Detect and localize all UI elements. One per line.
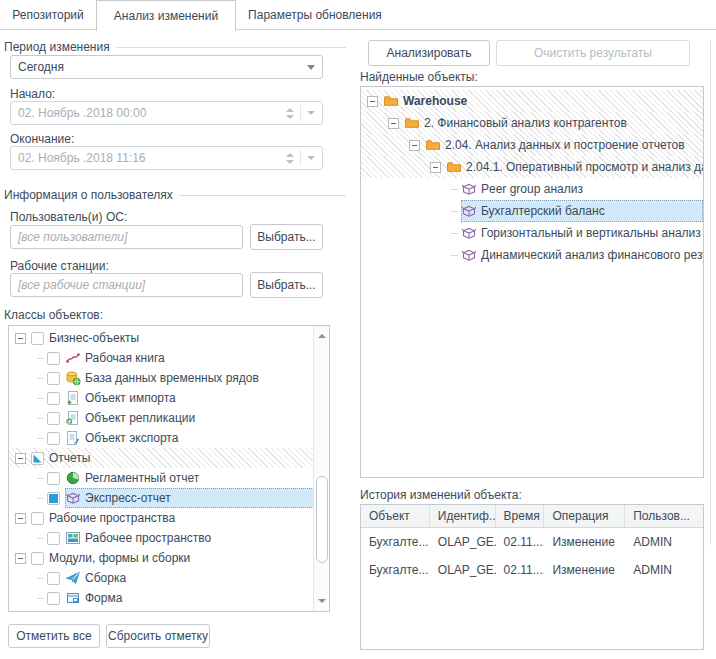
expander-minus-icon[interactable] <box>15 453 26 464</box>
tree-item-label: Бухгалтерский баланс <box>481 204 607 218</box>
object-tree-row[interactable]: Warehouse <box>361 90 703 112</box>
checkbox[interactable] <box>47 492 60 505</box>
checkbox[interactable] <box>31 452 44 465</box>
tree-item-label: Динамический анализ финансового результа… <box>481 248 703 262</box>
row-area: Объект экспорта <box>65 428 314 448</box>
history-table-row[interactable]: Бухгалте...OLAP_GE...02.11....ИзменениеA… <box>361 528 703 556</box>
class-tree-row[interactable]: Отчеты <box>9 448 314 468</box>
class-tree-row[interactable]: Объект импорта <box>9 388 314 408</box>
row-area: База данных временных рядов <box>65 368 314 388</box>
select-workstations-button[interactable]: Выбрать... <box>250 272 323 298</box>
checkbox[interactable] <box>47 412 60 425</box>
checkbox[interactable] <box>47 572 60 585</box>
row-area: 2. Финансовый анализ контрагентов <box>404 112 703 134</box>
class-tree-row[interactable] <box>9 608 314 612</box>
object-tree-row[interactable]: Горизонтальный и вертикальны анализ бала… <box>361 222 703 244</box>
checkbox[interactable] <box>47 472 60 485</box>
object-tree-row[interactable]: Бухгалтерский баланс <box>361 200 703 222</box>
end-label: Окончание: <box>10 132 74 146</box>
checkbox[interactable] <box>47 592 60 605</box>
checkbox[interactable] <box>47 352 60 365</box>
tab-change-analysis[interactable]: Анализ изменений <box>96 0 236 31</box>
history-column-header[interactable]: Операция <box>544 505 625 527</box>
tree-item-label: Экспресс-отчет <box>85 491 173 505</box>
import-object-icon <box>65 390 81 406</box>
chevron-down-icon[interactable] <box>307 65 315 70</box>
tab-update-parameters[interactable]: Параметры обновления <box>236 0 394 29</box>
tree-connector <box>37 418 44 419</box>
os-users-input[interactable]: [все пользователи] <box>10 225 243 249</box>
class-tree-row[interactable]: Рабочая книга <box>9 348 314 368</box>
object-tree: Warehouse2. Финансовый анализ контрагент… <box>360 86 704 478</box>
class-tree-row[interactable]: Рабочие пространства <box>9 508 314 528</box>
object-tree-row[interactable]: 2.04. Анализ данных и построение отчетов <box>361 134 703 156</box>
class-tree-row[interactable]: Сборка <box>9 568 314 588</box>
tree-connector <box>37 578 44 579</box>
scroll-up-button[interactable] <box>316 329 327 343</box>
object-tree-row[interactable]: 2. Финансовый анализ контрагентов <box>361 112 703 134</box>
object-tree-row[interactable]: Динамический анализ финансового результа… <box>361 244 703 266</box>
replication-object-icon <box>65 410 81 426</box>
row-area: Рабочая книга <box>65 348 314 368</box>
tab-repository[interactable]: Репозиторий <box>0 0 96 29</box>
history-column-header[interactable]: Идентиф... <box>430 505 496 527</box>
tree-connector <box>37 498 44 499</box>
class-tree-row[interactable]: Экспресс-отчет <box>9 488 314 508</box>
history-column-header[interactable]: Объект <box>361 505 430 527</box>
tree-connector <box>451 189 458 190</box>
expander-minus-icon[interactable] <box>409 140 420 151</box>
expander-minus-icon[interactable] <box>388 118 399 129</box>
checkbox[interactable] <box>47 392 60 405</box>
checkbox[interactable] <box>31 552 44 565</box>
check-all-button[interactable]: Отметить все <box>8 624 100 648</box>
expander-minus-icon[interactable] <box>15 553 26 564</box>
os-users-label: Пользователь(и) ОС: <box>10 210 127 224</box>
history-column-header[interactable]: Пользов... <box>625 505 703 527</box>
history-table: ОбъектИдентиф...ВремяОперацияПользов... … <box>360 504 704 650</box>
object-tree-row[interactable]: 2.04.1. Оперативный просмотр и анализ да… <box>361 156 703 178</box>
checkbox[interactable] <box>31 512 44 525</box>
checkbox[interactable] <box>47 532 60 545</box>
class-tree-row[interactable]: Рабочее пространство <box>9 528 314 548</box>
scrollbar-thumb[interactable] <box>316 476 328 563</box>
chevron-down-icon <box>307 156 315 160</box>
analyze-button[interactable]: Анализировать <box>368 40 490 66</box>
object-tree-row[interactable]: Peer group анализ <box>361 178 703 200</box>
class-tree-scrollbar[interactable] <box>313 326 329 611</box>
expander-minus-icon[interactable] <box>430 162 441 173</box>
class-tree-row[interactable]: База данных временных рядов <box>9 368 314 388</box>
checkbox[interactable] <box>47 372 60 385</box>
class-tree-row[interactable]: Объект репликации <box>9 408 314 428</box>
tree-item-label: 2.04. Анализ данных и построение отчетов <box>445 138 687 152</box>
express-report-icon <box>461 181 477 197</box>
expander-minus-icon[interactable] <box>15 513 26 524</box>
class-tree-row[interactable]: Объект экспорта <box>9 428 314 448</box>
expander-minus-icon[interactable] <box>367 96 378 107</box>
workbook-icon <box>65 350 81 366</box>
row-area: 2.04.1. Оперативный просмотр и анализ да… <box>446 156 703 178</box>
reset-check-button[interactable]: Сбросить отметку <box>106 624 210 648</box>
class-tree-row[interactable]: Модули, формы и сборки <box>9 548 314 568</box>
end-datetime-value: 02. Ноябрь .2018 11:16 <box>18 151 146 165</box>
scroll-down-button[interactable] <box>316 594 327 608</box>
checkbox[interactable] <box>47 612 60 613</box>
expander-minus-icon[interactable] <box>15 333 26 344</box>
workstations-input[interactable]: [все рабочие станции] <box>10 273 243 297</box>
period-preset-combobox[interactable]: Сегодня <box>10 55 323 79</box>
history-cell: ADMIN <box>625 556 703 584</box>
export-object-icon <box>65 430 81 446</box>
folder-icon <box>404 115 420 131</box>
spin-down-icon <box>286 115 294 119</box>
history-cell: Изменение <box>544 556 625 584</box>
row-area: Объект репликации <box>65 408 314 428</box>
checkbox[interactable] <box>31 332 44 345</box>
checkbox[interactable] <box>47 432 60 445</box>
row-area: Рабочее пространство <box>65 528 314 548</box>
end-datetime-field: 02. Ноябрь .2018 11:16 <box>10 146 323 170</box>
select-users-button[interactable]: Выбрать... <box>250 224 323 250</box>
history-table-row[interactable]: Бухгалте...OLAP_GE...02.11....ИзменениеA… <box>361 556 703 584</box>
history-column-header[interactable]: Время <box>496 505 545 527</box>
class-tree-row[interactable]: Форма <box>9 588 314 608</box>
class-tree-row[interactable]: Бизнес-объекты <box>9 328 314 348</box>
class-tree-row[interactable]: Регламентный отчет <box>9 468 314 488</box>
